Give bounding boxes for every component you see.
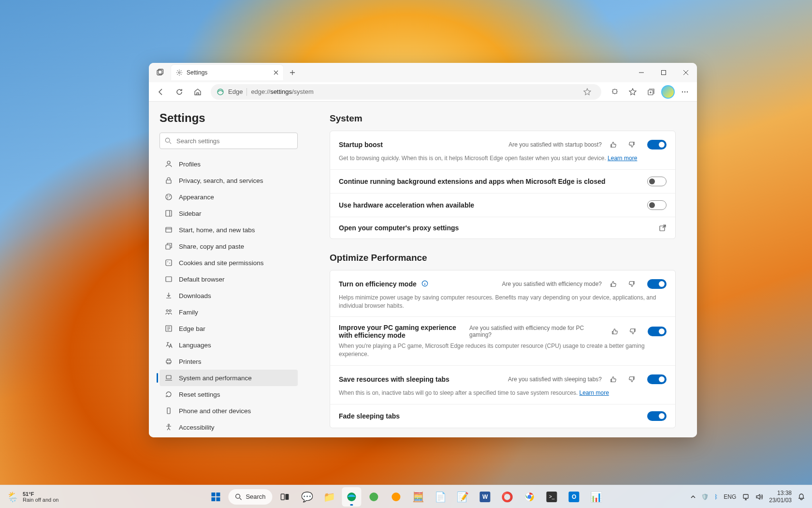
favorite-button[interactable] <box>579 84 595 100</box>
nav-default-browser[interactable]: Default browser <box>160 271 298 287</box>
extensions-button[interactable] <box>606 84 623 100</box>
profile-avatar[interactable] <box>661 85 675 99</box>
nav-accessibility[interactable]: Accessibility <box>160 419 298 435</box>
home-button[interactable] <box>189 84 206 100</box>
row-bg-extensions: Continue running background extensions a… <box>330 170 675 194</box>
back-button[interactable] <box>153 84 169 100</box>
thumbs-down-button[interactable] <box>625 277 638 291</box>
refresh-button[interactable] <box>171 84 188 100</box>
row-proxy[interactable]: Open your computer's proxy settings <box>330 217 675 239</box>
taskbar-app-word[interactable]: W <box>476 487 495 507</box>
nav-privacy[interactable]: Privacy, search, and services <box>160 172 298 189</box>
tab-icon <box>164 225 173 234</box>
svg-point-13 <box>167 195 168 196</box>
hw-accel-toggle[interactable] <box>647 200 667 210</box>
settings-main[interactable]: System Startup boost Are you satisfied w… <box>308 102 697 437</box>
thumbs-up-button[interactable] <box>607 373 620 386</box>
tray-security-icon[interactable]: 🛡️ <box>701 493 709 500</box>
taskbar-app-outlook[interactable]: O <box>565 487 584 507</box>
efficiency-info-button[interactable] <box>421 280 429 288</box>
nav-share[interactable]: Share, copy and paste <box>160 238 298 254</box>
svg-point-41 <box>370 493 378 501</box>
nav-edge-bar[interactable]: Edge bar <box>160 320 298 337</box>
nav-about[interactable]: About Microsoft Edge <box>160 435 298 437</box>
gaming-toggle[interactable] <box>648 327 667 336</box>
efficiency-toggle[interactable] <box>647 279 667 289</box>
settings-title: Settings <box>160 111 298 125</box>
settings-search[interactable] <box>160 133 298 149</box>
external-link-button[interactable] <box>659 224 667 232</box>
svg-point-20 <box>167 261 168 262</box>
taskbar-clock[interactable]: 13:38 23/01/03 <box>769 490 792 504</box>
taskbar-app[interactable]: 📊 <box>587 487 606 507</box>
thumbs-up-button[interactable] <box>608 325 621 338</box>
taskbar-app-notepad[interactable]: 📄 <box>431 487 450 507</box>
nav-printers[interactable]: Printers <box>160 353 298 370</box>
start-button[interactable] <box>206 487 225 507</box>
nav-phone[interactable]: Phone and other devices <box>160 403 298 419</box>
efficiency-desc: Helps minimize power usage by saving com… <box>339 294 667 310</box>
thumbs-up-button[interactable] <box>607 277 620 291</box>
svg-point-12 <box>166 194 172 200</box>
nav-languages[interactable]: Languages <box>160 337 298 353</box>
nav-family[interactable]: Family <box>160 304 298 320</box>
tray-network-icon[interactable] <box>742 493 750 501</box>
thumbs-down-button[interactable] <box>625 138 638 151</box>
close-window-button[interactable] <box>675 63 697 82</box>
new-tab-button[interactable] <box>285 65 300 80</box>
taskbar-app-explorer[interactable]: 📁 <box>320 487 339 507</box>
taskbar-app-sticky[interactable]: 📝 <box>453 487 473 507</box>
minimize-button[interactable] <box>630 63 652 82</box>
svg-rect-19 <box>166 260 172 266</box>
nav-appearance[interactable]: Appearance <box>160 189 298 205</box>
search-icon <box>165 137 172 144</box>
nav-reset[interactable]: Reset settings <box>160 386 298 403</box>
svg-rect-17 <box>166 227 172 232</box>
taskbar-app[interactable]: ⭕ <box>498 487 517 507</box>
thumbs-down-button[interactable] <box>625 373 638 386</box>
bg-ext-toggle[interactable] <box>647 177 667 186</box>
startup-boost-learn-more[interactable]: Learn more <box>608 155 637 162</box>
taskbar-app-teams[interactable]: 💬 <box>298 487 317 507</box>
nav-downloads[interactable]: Downloads <box>160 287 298 304</box>
startup-boost-toggle[interactable] <box>647 140 667 149</box>
thumbs-up-button[interactable] <box>607 138 620 151</box>
nav-cookies[interactable]: Cookies and site permissions <box>160 254 298 271</box>
performance-section-title: Optimize Performance <box>330 253 676 263</box>
search-input[interactable] <box>176 137 292 145</box>
thumbs-down-button[interactable] <box>626 325 639 338</box>
nav-profiles[interactable]: Profiles <box>160 156 298 172</box>
taskbar-app-edge[interactable] <box>342 487 362 507</box>
svg-point-8 <box>687 91 688 92</box>
favorites-button[interactable] <box>624 84 641 100</box>
close-tab-button[interactable] <box>274 70 278 75</box>
home-icon <box>194 88 202 96</box>
collections-button[interactable] <box>643 84 659 100</box>
fade-toggle[interactable] <box>647 411 667 421</box>
maximize-button[interactable] <box>652 63 675 82</box>
address-bar[interactable]: Edge edge://settings/system <box>211 84 601 100</box>
tray-notification-button[interactable] <box>798 493 805 501</box>
taskbar-app-chrome[interactable] <box>520 487 539 507</box>
taskbar-app-edge-dev[interactable] <box>364 487 384 507</box>
menu-button[interactable] <box>677 84 693 100</box>
taskbar-app-terminal[interactable]: >_ <box>542 487 562 507</box>
tray-chevron-button[interactable] <box>691 494 696 499</box>
nav-sidebar[interactable]: Sidebar <box>160 205 298 222</box>
tray-volume-icon[interactable] <box>755 493 763 501</box>
maximize-icon <box>661 70 666 75</box>
task-view-button[interactable] <box>276 487 295 507</box>
browser-tab[interactable]: Settings <box>171 65 283 80</box>
clock-date: 23/01/03 <box>769 497 792 504</box>
taskbar-app-edge-beta[interactable] <box>387 487 406 507</box>
nav-system-performance[interactable]: System and performance <box>160 370 298 386</box>
sleeping-toggle[interactable] <box>647 374 667 384</box>
sleeping-learn-more[interactable]: Learn more <box>580 389 609 396</box>
nav-start[interactable]: Start, home, and new tabs <box>160 222 298 238</box>
taskbar-search[interactable]: Search <box>228 489 272 505</box>
language-indicator[interactable]: ENG <box>724 493 736 500</box>
taskbar-app-calculator[interactable]: 🧮 <box>409 487 428 507</box>
tray-bluetooth-icon[interactable]: ᛒ <box>714 493 718 500</box>
tab-actions-button[interactable] <box>152 64 168 81</box>
weather-widget[interactable]: 🌦️ 51°F Rain off and on <box>7 491 58 503</box>
